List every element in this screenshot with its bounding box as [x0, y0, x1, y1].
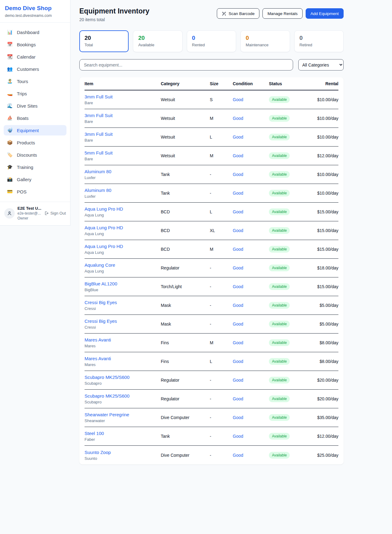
condition-link[interactable]: Good — [233, 116, 269, 121]
table-row: Cressi Big EyesCressiMask-GoodAvailable$… — [85, 315, 338, 334]
condition-link[interactable]: Good — [233, 135, 269, 139]
sidebar-item-dashboard[interactable]: 📊Dashboard — [4, 27, 66, 37]
condition-link[interactable]: Good — [233, 453, 269, 458]
sidebar-item-boats[interactable]: ⛵Boats — [4, 113, 66, 123]
item-name-link[interactable]: BigBlue AL1200 — [85, 281, 161, 286]
sign-out-button[interactable]: Sign Out — [44, 211, 66, 216]
sidebar-item-training[interactable]: 🎓Training — [4, 162, 66, 172]
item-brand: BigBlue — [85, 288, 161, 292]
item-name-link[interactable]: Aqua Lung Pro HD — [85, 206, 161, 212]
condition-link[interactable]: Good — [233, 191, 269, 196]
item-name-link[interactable]: Shearwater Peregrine — [85, 412, 161, 417]
table-row: Aqua Lung Pro HDAqua LungBCDXLGoodAvaila… — [85, 221, 338, 240]
sidebar-item-label: Calendar — [17, 54, 36, 59]
condition-link[interactable]: Good — [233, 153, 269, 158]
item-name-link[interactable]: 3mm Full Suit — [85, 94, 161, 99]
sidebar-item-discounts[interactable]: 🏷️Discounts — [4, 150, 66, 160]
condition-link[interactable]: Good — [233, 396, 269, 401]
avatar — [4, 208, 15, 219]
category-select[interactable]: All Categories — [298, 59, 344, 71]
stat-card-available[interactable]: 20Available — [133, 30, 182, 52]
category-cell: Tank — [161, 172, 210, 177]
item-name-link[interactable]: Cressi Big Eyes — [85, 300, 161, 305]
condition-link[interactable]: Good — [233, 247, 269, 252]
item-name-link[interactable]: Scubapro MK25/S600 — [85, 375, 161, 380]
item-brand: Suunto — [85, 456, 161, 461]
sidebar-item-bookings[interactable]: 📅Bookings — [4, 39, 66, 50]
scan-barcode-button[interactable]: Scan Barcode — [217, 8, 260, 19]
item-name-link[interactable]: Aluminum 80 — [85, 169, 161, 174]
add-equipment-button[interactable]: Add Equipment — [306, 8, 344, 19]
item-name-link[interactable]: Aqua Lung Pro HD — [85, 225, 161, 230]
item-name-link[interactable]: Aluminum 80 — [85, 188, 161, 193]
stat-card-retired[interactable]: 0Retired — [294, 30, 344, 52]
condition-link[interactable]: Good — [233, 434, 269, 439]
condition-link[interactable]: Good — [233, 172, 269, 177]
item-name-link[interactable]: Mares Avanti — [85, 337, 161, 342]
sidebar-item-label: Bookings — [17, 42, 36, 47]
item-name-link[interactable]: Steel 100 — [85, 431, 161, 436]
item-name-link[interactable]: Aqualung Core — [85, 262, 161, 268]
sidebar-item-dive-sites[interactable]: 🌊Dive Sites — [4, 101, 66, 111]
sidebar-item-products[interactable]: 📦Products — [4, 137, 66, 148]
condition-link[interactable]: Good — [233, 378, 269, 383]
item-name-link[interactable]: 3mm Full Suit — [85, 113, 161, 118]
condition-link[interactable]: Good — [233, 228, 269, 233]
condition-link[interactable]: Good — [233, 359, 269, 364]
size-cell: - — [210, 303, 233, 308]
item-cell: 3mm Full SuitBare — [85, 113, 161, 124]
condition-link[interactable]: Good — [233, 284, 269, 289]
sidebar-item-calendar[interactable]: 📆Calendar — [4, 51, 66, 62]
sidebar-item-gallery[interactable]: 📸Gallery — [4, 174, 66, 185]
sidebar-item-pos[interactable]: 💳POS — [4, 186, 66, 197]
condition-link[interactable]: Good — [233, 322, 269, 326]
item-name-link[interactable]: 5mm Full Suit — [85, 150, 161, 155]
table-row: Cressi Big EyesCressiMask-GoodAvailable$… — [85, 296, 338, 315]
size-cell: - — [210, 172, 233, 177]
condition-link[interactable]: Good — [233, 415, 269, 420]
scan-barcode-label: Scan Barcode — [229, 11, 255, 16]
item-name-link[interactable]: Suunto Zoop — [85, 450, 161, 455]
stat-card-rented[interactable]: 0Rented — [187, 30, 236, 52]
sidebar-item-label: Dive Sites — [17, 103, 38, 109]
item-cell: Shearwater PeregrineShearwater — [85, 412, 161, 423]
item-name-link[interactable]: Mares Avanti — [85, 356, 161, 361]
condition-link[interactable]: Good — [233, 265, 269, 270]
category-cell: Tank — [161, 434, 210, 439]
sidebar-item-equipment[interactable]: 🤿Equipment — [4, 125, 66, 135]
condition-link[interactable]: Good — [233, 97, 269, 102]
sidebar-item-trips[interactable]: 🚤Trips — [4, 88, 66, 99]
sidebar-item-customers[interactable]: 👥Customers — [4, 64, 66, 74]
category-cell: Mask — [161, 322, 210, 326]
item-name-link[interactable]: Aqua Lung Pro HD — [85, 244, 161, 249]
item-brand: Scubapro — [85, 381, 161, 386]
user-info: E2E Test U... e2e-tester@... Owner — [17, 206, 41, 220]
size-cell: M — [210, 247, 233, 252]
table-row: Mares AvantiMaresFinsMGoodAvailable$8.00… — [85, 334, 338, 352]
stat-card-total[interactable]: 20Total — [79, 30, 129, 52]
brand-domain: demo.test.divestreams.com — [5, 13, 65, 18]
condition-link[interactable]: Good — [233, 340, 269, 345]
stat-card-maintenance[interactable]: 0Maintenance — [240, 30, 290, 52]
status-cell: Available — [269, 115, 312, 122]
item-name-link[interactable]: 3mm Full Suit — [85, 132, 161, 137]
wave-icon: 🌊 — [7, 103, 13, 109]
sidebar-item-tours[interactable]: 🏝️Tours — [4, 76, 66, 86]
rental-price: $18.00/day — [312, 265, 338, 270]
condition-link[interactable]: Good — [233, 209, 269, 214]
status-badge: Available — [269, 96, 290, 103]
category-cell: Dive Computer — [161, 453, 210, 458]
search-input[interactable] — [79, 59, 293, 71]
item-brand: Luxfer — [85, 194, 161, 199]
item-cell: Mares AvantiMares — [85, 356, 161, 367]
table-row: Aqualung CoreAqua LungRegulator-GoodAvai… — [85, 259, 338, 277]
item-name-link[interactable]: Scubapro MK25/S600 — [85, 393, 161, 399]
category-cell: Wetsuit — [161, 116, 210, 121]
rental-price: $15.00/day — [312, 228, 338, 233]
brand-name[interactable]: Demo Dive Shop — [5, 5, 65, 12]
rental-price: $35.00/day — [312, 415, 338, 420]
item-name-link[interactable]: Cressi Big Eyes — [85, 318, 161, 324]
condition-link[interactable]: Good — [233, 303, 269, 308]
sailboat-icon: ⛵ — [7, 115, 13, 121]
manage-rentals-button[interactable]: Manage Rentals — [262, 8, 302, 19]
